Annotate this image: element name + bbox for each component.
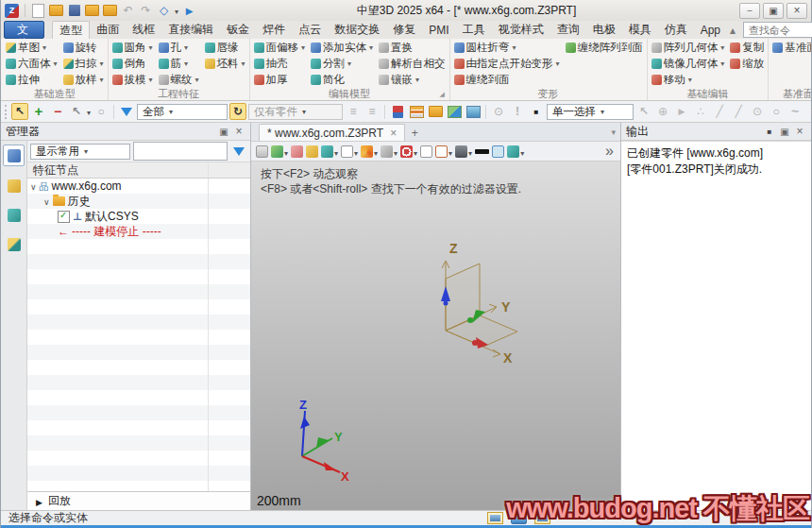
auto-regen-button[interactable] <box>229 103 246 120</box>
shade-mode-button[interactable] <box>321 143 338 160</box>
tab-electrode[interactable]: 电极 <box>586 21 622 39</box>
selection-mode-select[interactable]: 单一选择 <box>547 104 634 120</box>
ribbon-item-chamfer[interactable]: 倒角 <box>110 57 155 72</box>
file-browser-button[interactable] <box>427 103 444 120</box>
material-dropdown-icon[interactable] <box>520 143 524 160</box>
ribbon-item-revolve[interactable]: 旋转 <box>61 41 106 56</box>
orbit-dropdown-icon[interactable] <box>284 143 288 160</box>
tab-surface[interactable]: 曲面 <box>90 21 126 39</box>
ribbon-item-loft[interactable]: 放样 <box>61 73 106 88</box>
list-collapse-button[interactable] <box>345 103 362 120</box>
pick-region-dropdown-icon[interactable] <box>87 105 91 118</box>
ribbon-item-shell[interactable]: 抽壳 <box>252 57 308 72</box>
continue-button[interactable] <box>182 4 196 18</box>
run-tool-button[interactable] <box>673 103 690 120</box>
ribbon-item-datum-plane[interactable]: 基准面 <box>770 41 811 56</box>
tree-node-model-stop[interactable]: ----- 建模停止 ----- <box>27 224 250 239</box>
ribbon-item-thread[interactable]: 螺纹 <box>157 73 201 88</box>
close-button[interactable] <box>787 3 807 19</box>
viewport[interactable]: 按下<F2> 动态观察 <F8> 或者<Shift-roll> 查找下一个有效的… <box>251 162 620 510</box>
alert-button[interactable] <box>509 103 526 120</box>
scatter-tool-button[interactable] <box>692 103 709 120</box>
stop-button[interactable] <box>528 103 545 120</box>
visual-manager-tab[interactable] <box>4 205 24 225</box>
line-tool-button[interactable] <box>711 103 728 120</box>
new-tab-button[interactable]: + <box>405 127 424 141</box>
tab-direct-edit[interactable]: 直接编辑 <box>161 21 220 39</box>
highlight-button[interactable] <box>492 145 504 158</box>
view-wheel-dropdown-icon[interactable] <box>374 143 378 160</box>
regen-button[interactable] <box>157 4 171 18</box>
ribbon-item-scale[interactable]: 缩放 <box>728 57 766 72</box>
pick-region-button[interactable] <box>68 103 85 120</box>
tab-data-exchange[interactable]: 数据交换 <box>328 21 386 39</box>
ribbon-item-add-shape[interactable]: 添加实体 <box>309 41 375 56</box>
section-dropdown-icon[interactable] <box>448 143 452 160</box>
manager-float-button[interactable] <box>217 126 230 138</box>
toolbar-grip[interactable] <box>5 105 7 119</box>
ribbon-item-resolve-self-intersection[interactable]: 解析自相交 <box>377 57 448 72</box>
history-manager-tab[interactable] <box>3 145 25 166</box>
ribbon-item-mirror-geometry[interactable]: 镜像几何体 <box>650 57 727 72</box>
image-button[interactable] <box>446 103 463 120</box>
ribbon-item-wrap-to-face[interactable]: 缠绕到面 <box>452 73 562 88</box>
wireframe-dropdown-icon[interactable] <box>354 143 358 160</box>
orbit-button[interactable] <box>271 143 288 160</box>
maximize-button[interactable] <box>763 3 784 19</box>
pick-tool-button[interactable] <box>635 103 652 120</box>
output-float-button[interactable] <box>778 126 791 138</box>
display-filter-select[interactable]: 显示常用 <box>30 144 130 160</box>
tree-node-history[interactable]: 历史 <box>27 194 250 209</box>
new-file-button[interactable] <box>31 4 45 18</box>
view-wheel-button[interactable] <box>361 143 378 160</box>
ribbon-item-fillet[interactable]: 圆角 <box>110 41 155 56</box>
regen-dropdown-icon[interactable] <box>175 4 178 17</box>
expander-icon[interactable] <box>30 179 37 193</box>
target-dropdown-icon[interactable] <box>414 143 417 160</box>
tree-filter-icon[interactable] <box>233 147 245 156</box>
circle-tool-button[interactable] <box>768 103 785 120</box>
ribbon-item-box[interactable]: 六面体 <box>4 57 59 72</box>
ribbon-item-divide[interactable]: 分割 <box>309 57 375 72</box>
ribbon-item-inlay[interactable]: 镶嵌 <box>377 73 448 88</box>
ribbon-item-sweep[interactable]: 扫掠 <box>61 57 106 72</box>
shape-manager-tab[interactable] <box>4 176 24 196</box>
view-toolbar-overflow-button[interactable] <box>605 143 614 160</box>
point-tool-button[interactable] <box>654 103 671 120</box>
view-orientation-triad[interactable]: Z Y X <box>274 398 359 483</box>
tab-pmi[interactable]: PMI <box>422 23 455 38</box>
default-csys-datum[interactable]: Z Y X <box>397 239 529 371</box>
tab-app[interactable]: App <box>694 23 727 38</box>
import-button[interactable] <box>103 4 117 18</box>
entity-filter-select[interactable]: 仅有零件 <box>248 104 343 120</box>
shade-mode-dropdown-icon[interactable] <box>334 143 338 160</box>
polyline-tool-button[interactable] <box>730 103 747 120</box>
visibility-checkbox[interactable] <box>58 211 70 223</box>
command-search-input[interactable] <box>747 24 812 37</box>
bookmark-button[interactable] <box>389 103 406 120</box>
ribbon-item-simplify[interactable]: 简化 <box>309 73 375 88</box>
ribbon-item-copy[interactable]: 复制 <box>728 41 766 56</box>
ribbon-item-face-offset[interactable]: 面偏移 <box>252 41 308 56</box>
material-button[interactable] <box>507 143 524 160</box>
tab-point-cloud[interactable]: 点云 <box>292 21 328 39</box>
ribbon-item-replace[interactable]: 置换 <box>377 41 448 56</box>
circle-center-tool-button[interactable] <box>749 103 766 120</box>
undo-button[interactable] <box>121 4 135 18</box>
curve-tool-button[interactable] <box>805 103 812 120</box>
tree-node-part[interactable]: www.x6g.com <box>27 179 250 194</box>
manager-close-button[interactable] <box>232 126 245 138</box>
ribbon-item-pattern-geometry[interactable]: 阵列几何体 <box>650 41 727 56</box>
shade-button[interactable] <box>306 145 318 158</box>
target-button[interactable] <box>400 143 417 160</box>
tree-search-input[interactable] <box>133 142 228 161</box>
output-close-button[interactable] <box>793 126 806 138</box>
tab-repair[interactable]: 修复 <box>386 21 422 39</box>
expander-icon[interactable] <box>43 195 50 208</box>
ribbon-item-thicken[interactable]: 加厚 <box>252 73 308 88</box>
select-button[interactable] <box>11 103 28 120</box>
ribbon-item-lip[interactable]: 唇缘 <box>203 41 247 56</box>
appearance-dropdown-icon[interactable] <box>468 143 472 160</box>
tree-node-csys[interactable]: 默认CSYS <box>27 209 250 224</box>
ribbon-item-stock[interactable]: 坯料 <box>203 57 247 72</box>
